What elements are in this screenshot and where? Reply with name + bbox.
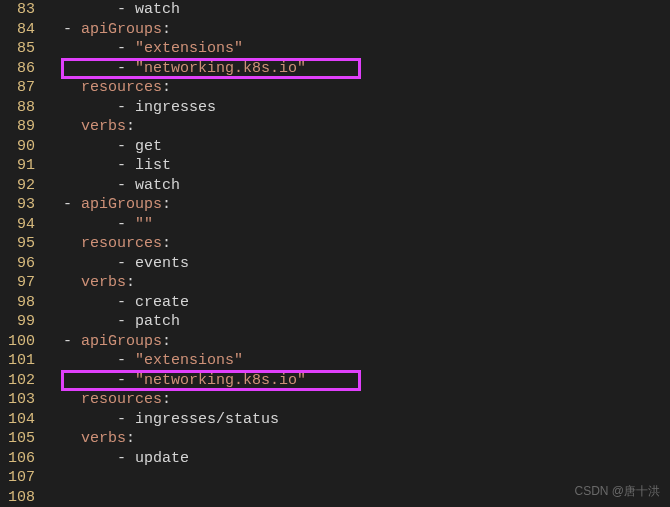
line-number: 107 [8, 468, 35, 488]
line-number: 94 [8, 215, 35, 235]
line-number: 85 [8, 39, 35, 59]
line-number: 99 [8, 312, 35, 332]
code-line[interactable]: resources: [45, 234, 306, 254]
code-line[interactable]: - apiGroups: [45, 332, 306, 352]
code-line[interactable]: - events [45, 254, 306, 274]
line-number: 103 [8, 390, 35, 410]
line-number: 102 [8, 371, 35, 391]
line-number: 90 [8, 137, 35, 157]
code-line[interactable]: - ingresses [45, 98, 306, 118]
code-line[interactable]: resources: [45, 78, 306, 98]
line-number: 98 [8, 293, 35, 313]
line-number: 106 [8, 449, 35, 469]
line-number: 105 [8, 429, 35, 449]
code-line[interactable]: - list [45, 156, 306, 176]
code-line[interactable]: - "" [45, 215, 306, 235]
line-number: 108 [8, 488, 35, 508]
code-line[interactable]: - create [45, 293, 306, 313]
code-line[interactable]: - get [45, 137, 306, 157]
code-line[interactable]: - "extensions" [45, 351, 306, 371]
line-number: 84 [8, 20, 35, 40]
line-number: 104 [8, 410, 35, 430]
line-number: 89 [8, 117, 35, 137]
code-line[interactable] [45, 468, 306, 488]
line-number: 88 [8, 98, 35, 118]
line-number: 93 [8, 195, 35, 215]
code-line[interactable]: - apiGroups: [45, 20, 306, 40]
line-number: 100 [8, 332, 35, 352]
line-number: 91 [8, 156, 35, 176]
code-line[interactable]: - watch [45, 176, 306, 196]
code-line[interactable]: - watch [45, 0, 306, 20]
code-line[interactable]: verbs: [45, 429, 306, 449]
code-line[interactable]: - patch [45, 312, 306, 332]
line-number: 97 [8, 273, 35, 293]
code-line[interactable]: - "networking.k8s.io" [45, 59, 306, 79]
watermark: CSDN @唐十洪 [574, 482, 660, 502]
code-line[interactable]: verbs: [45, 273, 306, 293]
code-line[interactable]: resources: [45, 390, 306, 410]
line-number: 101 [8, 351, 35, 371]
code-line[interactable]: - "extensions" [45, 39, 306, 59]
code-line[interactable]: - update [45, 449, 306, 469]
line-number: 86 [8, 59, 35, 79]
code-line[interactable]: verbs: [45, 117, 306, 137]
line-number: 92 [8, 176, 35, 196]
code-line[interactable] [45, 488, 306, 508]
line-number-gutter: 8384858687888990919293949596979899100101… [0, 0, 45, 507]
line-number: 96 [8, 254, 35, 274]
line-number: 95 [8, 234, 35, 254]
code-line[interactable]: - ingresses/status [45, 410, 306, 430]
line-number: 83 [8, 0, 35, 20]
code-line[interactable]: - "networking.k8s.io" [45, 371, 306, 391]
code-editor[interactable]: 8384858687888990919293949596979899100101… [0, 0, 670, 507]
code-line[interactable]: - apiGroups: [45, 195, 306, 215]
code-content[interactable]: - watch - apiGroups: - "extensions" - "n… [45, 0, 306, 507]
line-number: 87 [8, 78, 35, 98]
